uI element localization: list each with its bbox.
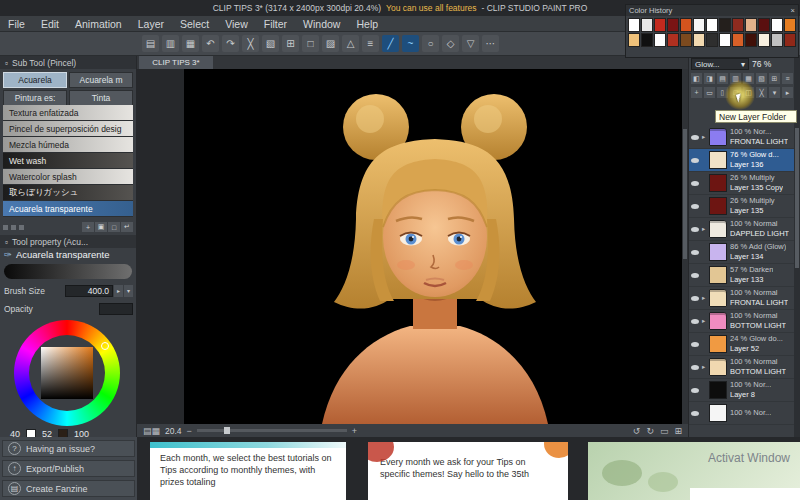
layer-opacity-value[interactable]: 76 %: [752, 59, 771, 69]
tips-card-1[interactable]: Each month, we select the best tutorials…: [150, 442, 346, 500]
open-file-icon[interactable]: ▥: [162, 35, 179, 52]
pager-icon[interactable]: □: [108, 222, 120, 232]
new-file-icon[interactable]: ▤: [142, 35, 159, 52]
menu-item-view[interactable]: View: [217, 18, 256, 30]
snap-icon[interactable]: △: [342, 35, 359, 52]
deselect-icon[interactable]: ▨: [322, 35, 339, 52]
curve-tool-icon[interactable]: ~: [402, 35, 419, 52]
status-icon[interactable]: ▦: [152, 426, 161, 436]
menu-item-layer[interactable]: Layer: [130, 18, 172, 30]
button-having-an-issue[interactable]: ?Having an issue?: [2, 440, 135, 457]
opacity-input[interactable]: [99, 303, 133, 315]
menu-item-window[interactable]: Window: [295, 18, 348, 30]
page-dot[interactable]: [11, 225, 16, 230]
expand-icon[interactable]: ▸: [702, 294, 709, 302]
status-icon[interactable]: ↺: [633, 426, 641, 436]
zoom-in-icon[interactable]: +: [352, 426, 357, 436]
layer-tool-icon[interactable]: ≡: [782, 73, 793, 84]
color-swatch[interactable]: [641, 33, 653, 47]
page-dot[interactable]: [3, 225, 8, 230]
pager-icon[interactable]: ↵: [121, 222, 133, 232]
eye-icon[interactable]: [691, 227, 699, 232]
eye-icon[interactable]: [691, 158, 699, 163]
color-swatch[interactable]: [732, 18, 744, 32]
color-swatch[interactable]: [628, 18, 640, 32]
color-swatch[interactable]: [771, 18, 783, 32]
page-dot[interactable]: [19, 225, 24, 230]
status-icon[interactable]: ▤: [143, 426, 152, 436]
delete-icon[interactable]: ╳: [242, 35, 259, 52]
layer-row[interactable]: ▸100 % NormalFRONTAL LIGHT: [689, 287, 795, 310]
color-swatch[interactable]: [680, 18, 692, 32]
menu-item-edit[interactable]: Edit: [33, 18, 67, 30]
more-tools-icon[interactable]: ⋯: [482, 35, 499, 52]
layer-row[interactable]: 86 % Add (Glow)Layer 134: [689, 241, 795, 264]
expand-icon[interactable]: ▸: [702, 133, 709, 141]
layer-row[interactable]: ▸100 % Nor...FRONTAL LIGHT: [689, 126, 795, 149]
stepper-icon[interactable]: ▸: [114, 285, 123, 297]
button-export-publish[interactable]: ↑Export/Publish: [2, 460, 135, 477]
close-icon[interactable]: ×: [791, 6, 795, 15]
polygon-tool-icon[interactable]: ◇: [442, 35, 459, 52]
ruler-icon[interactable]: ≡: [362, 35, 379, 52]
layer-row[interactable]: 76 % Glow d...Layer 136: [689, 149, 795, 172]
color-swatch[interactable]: [667, 18, 679, 32]
menu-item-help[interactable]: Help: [348, 18, 386, 30]
eye-icon[interactable]: [691, 319, 699, 324]
color-swatch[interactable]: [771, 33, 783, 47]
fill-icon[interactable]: ▧: [262, 35, 279, 52]
eye-icon[interactable]: [691, 181, 699, 186]
layer-tool-icon[interactable]: ◨: [704, 73, 715, 84]
preset-acuarela-m[interactable]: Acuarela m: [69, 72, 133, 88]
subtool-panel-header[interactable]: ▫ Sub Tool (Pincel): [0, 56, 136, 69]
color-swatch[interactable]: [667, 33, 679, 47]
color-swatch[interactable]: [706, 33, 718, 47]
tips-card-3[interactable]: Activat Window: [588, 442, 800, 500]
subtool-item-pincel-de-superposici-n-desig[interactable]: Pincel de superposición desig: [3, 121, 133, 137]
menu-item-filter[interactable]: Filter: [256, 18, 295, 30]
redo-icon[interactable]: ↷: [222, 35, 239, 52]
layer-tool-icon[interactable]: ▧: [756, 73, 767, 84]
status-icon[interactable]: ↻: [646, 426, 654, 436]
subtool-item-acuarela-transparente[interactable]: Acuarela transparente: [3, 201, 133, 217]
menu-item-select[interactable]: Select: [172, 18, 217, 30]
zoom-out-icon[interactable]: −: [187, 426, 192, 436]
layer-tool-icon[interactable]: ▸: [782, 87, 793, 98]
color-swatch[interactable]: [745, 33, 757, 47]
color-swatch[interactable]: [758, 18, 770, 32]
subtool-item-mezcla-h-meda[interactable]: Mezcla húmeda: [3, 137, 133, 153]
layer-tool-icon[interactable]: ⊞: [769, 73, 780, 84]
color-swatch[interactable]: [680, 33, 692, 47]
line-tool-icon[interactable]: ╱: [382, 35, 399, 52]
color-swatch[interactable]: [654, 18, 666, 32]
color-swatch[interactable]: [784, 33, 796, 47]
color-swatch[interactable]: [745, 18, 757, 32]
canvas-artwork[interactable]: [184, 69, 686, 424]
saturation-value-box[interactable]: [41, 347, 93, 399]
undo-icon[interactable]: ↶: [202, 35, 219, 52]
eye-icon[interactable]: [691, 388, 699, 393]
layer-tool-icon[interactable]: ▾: [769, 87, 780, 98]
expand-icon[interactable]: ▸: [702, 317, 709, 325]
hue-selector[interactable]: [101, 342, 109, 350]
preset-pintura-es[interactable]: Pintura es:: [3, 90, 67, 106]
save-icon[interactable]: ▦: [182, 35, 199, 52]
eye-icon[interactable]: [691, 135, 699, 140]
brush-size-input[interactable]: 400.0: [65, 285, 113, 297]
color-swatch[interactable]: [654, 33, 666, 47]
layer-tool-icon[interactable]: +: [691, 87, 702, 98]
menu-item-file[interactable]: File: [0, 18, 33, 30]
subtool-item-textura-enfatizada[interactable]: Textura enfatizada: [3, 105, 133, 121]
layer-tool-icon[interactable]: ╳: [756, 87, 767, 98]
layer-row[interactable]: 100 % Nor...Layer 8: [689, 379, 795, 402]
subtool-item-wet-wash[interactable]: Wet wash: [3, 153, 133, 169]
layer-row[interactable]: 57 % DarkenLayer 133: [689, 264, 795, 287]
eye-icon[interactable]: [691, 296, 699, 301]
preset-tinta[interactable]: Tinta: [69, 90, 133, 106]
color-swatch[interactable]: [706, 18, 718, 32]
status-icon[interactable]: ▭: [660, 426, 669, 436]
preset-acuarela[interactable]: Acuarela: [3, 72, 67, 88]
document-tab[interactable]: CLIP TIPS 3*: [139, 56, 213, 69]
layer-row[interactable]: 24 % Glow do...Layer 52: [689, 333, 795, 356]
subtool-item-watercolor-splash[interactable]: Watercolor splash: [3, 169, 133, 185]
